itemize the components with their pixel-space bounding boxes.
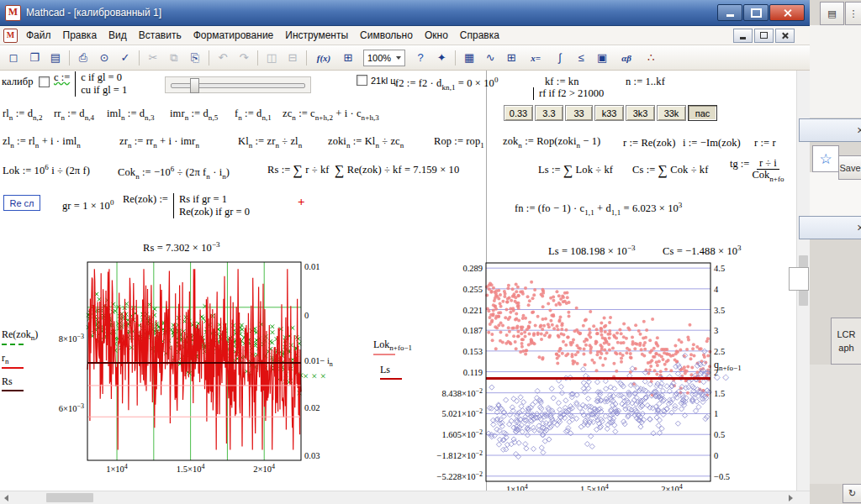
resource-center-icon[interactable]: ✦ [431,48,452,68]
marker-sample-x[interactable]: × × × [303,370,326,383]
math-zoki[interactable]: zokin := Kln ÷ zcn [328,135,404,150]
button-33k[interactable]: 33k [657,105,686,121]
menu-Инструменты[interactable]: Инструменты [279,28,354,43]
new-icon[interactable]: ◻ [3,48,24,68]
paste-icon[interactable]: ⎘ [185,48,205,68]
math-rs-def[interactable]: Rs := ∑ r ÷ kf [267,163,330,178]
align-across-icon[interactable]: ◫ [261,48,282,68]
kalibr-checkbox[interactable] [39,76,50,87]
copy-icon[interactable]: ⧉ [164,48,184,68]
math-f[interactable]: fn := dn,1 [235,108,272,122]
math-rf[interactable]: rf if f2 > 21000 [528,87,604,100]
math-f2[interactable]: f2 := f2 · dkn,1 = 0 × 100 [395,76,498,92]
calculus-toolbar-icon[interactable]: ∫ [550,48,570,68]
math-rs-value[interactable]: Rs = 7.302 × 10−3 [143,240,220,255]
math-n-range[interactable]: n := 1..kf [626,76,665,88]
cut-icon[interactable]: ✂ [143,48,163,68]
save-icon[interactable]: ▤ [45,48,66,68]
button-33[interactable]: 33 [565,105,593,121]
math-ls-def[interactable]: Ls := ∑ Lok ÷ kf [538,163,613,178]
math-r-def[interactable]: r := Re(zok) [623,137,675,150]
menu-Файл[interactable]: Файл [20,28,57,43]
align-down-icon[interactable]: ⊟ [283,48,303,68]
close-icon[interactable]: ✕ [857,223,861,233]
button-3k3[interactable]: 3k3 [626,105,655,121]
menu-Вид[interactable]: Вид [103,28,133,43]
mdi-restore-button[interactable] [754,29,774,43]
checkbox-box[interactable] [357,75,367,86]
minimize-button[interactable] [717,4,742,21]
mdi-close-button[interactable] [775,29,795,43]
close-button[interactable] [769,4,805,21]
insert-function-icon[interactable]: f(x) [310,48,337,68]
undo-icon[interactable]: ↶ [213,48,233,68]
maximize-button[interactable] [743,4,769,21]
math-iml[interactable]: imln := dn,3 [107,108,155,122]
evaluation-toolbar-icon[interactable]: x= [522,48,549,68]
checkbox-box[interactable] [39,76,50,87]
menu-Символьно[interactable]: Символьно [354,28,419,43]
slider-thumb[interactable] [190,78,199,93]
math-rl[interactable]: rln := dn,2 [3,108,43,122]
background-close-bar[interactable]: ✕ [799,216,861,239]
symbolics-toolbar-icon[interactable]: ∴ [641,48,661,68]
menu-Форматирование[interactable]: Форматирование [188,28,280,43]
math-i-def[interactable]: i := −Im(zok) [683,137,741,150]
menu-Правка[interactable]: Правка [57,28,103,43]
favorites-star-button[interactable]: ☆ [812,145,839,172]
button-pas[interactable]: пас [688,105,717,121]
button-0.33[interactable]: 0.33 [504,105,533,121]
zoom-select[interactable]: 100% [363,50,405,66]
math-zc[interactable]: zcn := cn+h,2 + i · cn+h,3 [283,108,379,122]
help-icon[interactable]: ? [410,48,430,68]
background-button-1[interactable]: ▤ [820,2,844,25]
math-lok[interactable]: Lok := 106 i ÷ (2π f) [3,163,90,177]
math-r2-def[interactable]: r := r [754,137,776,150]
math-cok[interactable]: Cokn := −106 ÷ (2π fn · in) [118,165,230,181]
math-kl[interactable]: Kln := zrn ÷ zln [238,135,302,150]
math-zl[interactable]: zln := rln + i · imln [3,135,81,150]
background-titlebar[interactable]: ✕ [799,118,861,142]
boolean-toolbar-icon[interactable]: ≤ [571,48,591,68]
print-preview-icon[interactable]: ⊙ [94,48,114,68]
print-icon[interactable]: ⎙ [73,48,93,68]
insert-matrix-icon[interactable]: ⊞ [338,48,358,68]
button-3.3[interactable]: 3.3 [535,105,563,121]
math-cs-def[interactable]: Cs := ∑ Cok ÷ kf [632,163,708,178]
math-fn[interactable]: fn := (fo − 1) · c1,1 + d1,1 = 6.023 × 1… [515,201,682,217]
greek-toolbar-icon[interactable]: αβ [613,48,640,68]
math-cs-value[interactable]: Cs = −1.488 × 103 [663,244,742,258]
math-rr[interactable]: rrn := dn,4 [54,108,94,122]
math-tg-def[interactable]: tg := r ÷ iCokn+fo [730,158,784,185]
background-button-2[interactable]: ⋮ [845,2,861,25]
button-k33[interactable]: k33 [594,105,624,121]
scroll-left-icon[interactable] [4,495,8,501]
menu-Вставить[interactable]: Вставить [133,28,188,43]
matrix-toolbar-icon[interactable]: ⊞ [501,48,521,68]
open-icon[interactable]: ❐ [24,48,45,68]
math-rezok-def[interactable]: Re(zok) :=Rs if gr = 1Re(zok) if gr = 0 [123,193,250,218]
background-bottom-button[interactable]: ↻ [843,484,861,503]
slider-groove[interactable] [171,83,305,88]
math-c-def[interactable]: c :=c if gl = 0cu if gl = 1 [54,71,127,97]
menu-Справка[interactable]: Справка [454,28,505,43]
math-zr[interactable]: zrn := rrn + i · imrn [119,135,199,150]
math-ls-value[interactable]: Ls = 108.198 × 10−3 [548,244,636,258]
mdi-minimize-button[interactable] [733,29,753,43]
re-sl-button[interactable]: Re сл [3,195,40,211]
math-kf[interactable]: kf := kn [545,76,579,88]
text-kalibr[interactable]: калибр [2,76,34,88]
math-sum-re[interactable]: ∑ Re(zok) ÷ kf = 7.159 × 10 [335,163,459,178]
redo-icon[interactable]: ↷ [234,48,254,68]
programming-toolbar-icon[interactable]: ▣ [592,48,612,68]
save-button-fragment[interactable]: Save [838,155,861,180]
math-imr[interactable]: imrn := dn,5 [170,108,218,122]
horizontal-scrollbar[interactable] [0,491,810,504]
horizontal-scrollbar-thumb[interactable] [46,493,93,502]
scroll-right-icon[interactable] [789,495,793,501]
21kl-checkbox[interactable]: 21kl ц [357,75,396,86]
calculator-toolbar-icon[interactable]: ▦ [459,48,479,68]
worksheet[interactable]: 1×1041.5×1042×1048×10−36×10−30.0100.01− … [0,71,796,491]
menu-Окно[interactable]: Окно [419,28,454,43]
math-zok[interactable]: zokn := Rop(zokin − 1) [503,135,600,150]
